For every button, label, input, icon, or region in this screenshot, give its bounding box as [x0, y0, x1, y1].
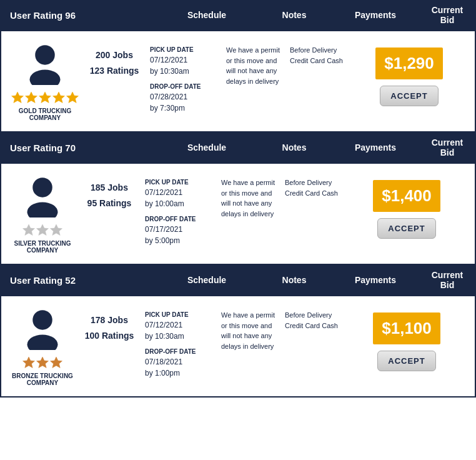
- svg-marker-3: [26, 92, 37, 103]
- jobs-count-1: 185 Jobs: [91, 180, 128, 196]
- pickup-group-0: PICK UP DATE 07/12/2021 by 10:30am: [150, 45, 219, 77]
- svg-marker-2: [12, 92, 24, 103]
- pickup-date-1: 07/12/2021: [145, 187, 214, 198]
- section-header-2: User Rating 52 Schedule Notes Payments C…: [0, 265, 476, 295]
- section-header-1: User Rating 70 Schedule Notes Payments C…: [0, 132, 476, 162]
- bid-header-1: Current Bid: [429, 138, 466, 158]
- bid-header-2: Current Bid: [429, 270, 466, 290]
- dropoff-date-2: 07/18/2021: [145, 356, 214, 368]
- jobs-count-2: 178 Jobs: [91, 312, 128, 328]
- payments-block-1: Before Delivery Credit Card Cash: [285, 174, 341, 198]
- notes-header-2: Notes: [266, 275, 322, 285]
- pickup-label-2: PICK UP DATE: [145, 310, 214, 319]
- company-name-1: SILVER TRUCKING COMPANY: [11, 240, 74, 254]
- dropoff-time-1: by 5:00pm: [145, 235, 214, 246]
- svg-point-12: [32, 310, 52, 330]
- pickup-date-0: 07/12/2021: [150, 54, 219, 66]
- stars-1: [22, 224, 62, 236]
- schedule-block-2: PICK UP DATE 07/12/2021 by 10:30am DROP-…: [145, 306, 214, 384]
- svg-point-8: [27, 202, 58, 218]
- payments-block-2: Before Delivery Credit Card Cash: [285, 306, 341, 331]
- bid-amount-2: $1,100: [373, 312, 440, 344]
- user-rating-1: User Rating 70: [10, 142, 147, 153]
- avatar-2: [21, 306, 64, 352]
- accept-button-1[interactable]: ACCEPT: [377, 218, 435, 239]
- section-header-0: User Rating 96 Schedule Notes Payments C…: [0, 0, 476, 30]
- svg-marker-11: [51, 224, 62, 236]
- payments-block-0: Before Delivery Credit Card Cash: [290, 41, 346, 66]
- notes-header-1: Notes: [266, 142, 322, 152]
- jobs-count-0: 200 Jobs: [96, 48, 133, 63]
- dropoff-group-0: DROP-OFF DATE 07/28/2021 by 7:30pm: [150, 82, 219, 114]
- schedule-block-1: PICK UP DATE 07/12/2021 by 10:00am DROP-…: [145, 174, 214, 251]
- schedule-header-1: Schedule: [172, 142, 241, 152]
- svg-marker-4: [39, 92, 51, 103]
- dropoff-label-2: DROP-OFF DATE: [145, 347, 214, 356]
- payments-text-0: Before Delivery Credit Card Cash: [290, 46, 343, 64]
- dropoff-label-1: DROP-OFF DATE: [145, 214, 214, 224]
- svg-marker-14: [23, 357, 35, 368]
- notes-header-0: Notes: [266, 10, 322, 20]
- dropoff-time-0: by 7:30pm: [150, 102, 219, 114]
- svg-marker-16: [51, 357, 62, 368]
- pickup-time-2: by 10:30am: [145, 331, 214, 342]
- pickup-date-2: 07/12/2021: [145, 319, 214, 331]
- pickup-group-2: PICK UP DATE 07/12/2021 by 10:30am: [145, 310, 214, 342]
- stars-0: [11, 91, 79, 104]
- user-rating-0: User Rating 96: [10, 10, 147, 21]
- accept-button-2[interactable]: ACCEPT: [377, 351, 435, 371]
- schedule-header-0: Schedule: [172, 10, 241, 20]
- avatar-block-0: GOLD TRUCKING COMPANY: [11, 41, 79, 121]
- bid-amount-1: $1,400: [373, 180, 440, 212]
- payments-header-2: Payments: [347, 275, 404, 285]
- accept-button-0[interactable]: ACCEPT: [380, 86, 438, 106]
- section-1: User Rating 70 Schedule Notes Payments C…: [0, 132, 476, 265]
- dropoff-date-0: 07/28/2021: [150, 91, 219, 102]
- notes-text-1: We have a permit or this move and will n…: [221, 179, 275, 218]
- section-2: User Rating 52 Schedule Notes Payments C…: [0, 265, 476, 398]
- stars-2: [22, 356, 62, 369]
- ratings-count-0: 123 Ratings: [90, 63, 139, 79]
- svg-point-13: [27, 335, 58, 351]
- dropoff-group-1: DROP-OFF DATE 07/17/2021 by 5:00pm: [145, 214, 214, 246]
- pickup-label-1: PICK UP DATE: [145, 178, 214, 187]
- bid-block-1: $1,400 ACCEPT: [349, 174, 465, 239]
- payments-text-1: Before Delivery Credit Card Cash: [285, 179, 338, 197]
- company-name-0: GOLD TRUCKING COMPANY: [11, 108, 79, 121]
- pickup-label-0: PICK UP DATE: [150, 45, 219, 54]
- notes-text-0: We have a permit or this move and will n…: [226, 46, 280, 85]
- bid-block-2: $1,100 ACCEPT: [349, 306, 465, 371]
- card-1: SILVER TRUCKING COMPANY 185 Jobs 95 Rati…: [0, 162, 476, 265]
- payments-text-2: Before Delivery Credit Card Cash: [285, 311, 338, 329]
- avatar-1: [21, 174, 64, 220]
- user-rating-2: User Rating 52: [10, 275, 147, 286]
- svg-marker-6: [67, 92, 79, 103]
- bid-block-0: $1,290 ACCEPT: [354, 41, 465, 106]
- avatar-block-2: BRONZE TRUCKING COMPANY: [11, 306, 74, 386]
- pickup-time-1: by 10:00am: [145, 198, 214, 209]
- avatar-block-1: SILVER TRUCKING COMPANY: [11, 174, 74, 254]
- svg-marker-5: [53, 92, 65, 103]
- notes-block-0: We have a permit or this move and will n…: [226, 41, 282, 86]
- dropoff-date-1: 07/17/2021: [145, 224, 214, 235]
- company-name-2: BRONZE TRUCKING COMPANY: [11, 372, 74, 386]
- bid-amount-0: $1,290: [375, 48, 443, 79]
- schedule-header-2: Schedule: [172, 275, 241, 285]
- jobs-block-0: 200 Jobs 123 Ratings: [86, 41, 142, 79]
- pickup-group-1: PICK UP DATE 07/12/2021 by 10:00am: [145, 178, 214, 209]
- notes-text-2: We have a permit or this move and will n…: [221, 311, 275, 350]
- payments-header-1: Payments: [347, 142, 404, 152]
- svg-marker-15: [37, 357, 49, 368]
- dropoff-group-2: DROP-OFF DATE 07/18/2021 by 1:00pm: [145, 347, 214, 379]
- svg-point-7: [32, 178, 52, 198]
- avatar-0: [23, 41, 67, 88]
- ratings-count-1: 95 Ratings: [87, 196, 132, 211]
- dropoff-time-2: by 1:00pm: [145, 368, 214, 379]
- jobs-block-1: 185 Jobs 95 Ratings: [81, 174, 137, 211]
- section-0: User Rating 96 Schedule Notes Payments C…: [0, 0, 476, 132]
- svg-marker-10: [37, 224, 49, 236]
- svg-marker-9: [23, 224, 35, 236]
- card-0: GOLD TRUCKING COMPANY 200 Jobs 123 Ratin…: [0, 30, 476, 132]
- schedule-block-0: PICK UP DATE 07/12/2021 by 10:30am DROP-…: [150, 41, 219, 119]
- notes-block-2: We have a permit or this move and will n…: [221, 306, 277, 351]
